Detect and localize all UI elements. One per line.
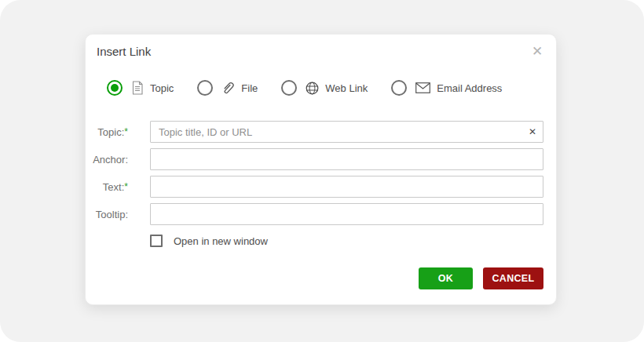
text-input[interactable]: [150, 176, 543, 198]
radio-label-file: File: [241, 82, 258, 94]
radio-circle: [391, 80, 407, 96]
envelope-icon: [415, 82, 430, 93]
required-asterisk: *: [124, 126, 128, 137]
open-in-new-window-option[interactable]: Open in new window: [150, 235, 268, 247]
globe-icon: [306, 82, 319, 95]
ok-button[interactable]: OK: [419, 267, 473, 289]
radio-circle: [197, 80, 213, 96]
insert-link-dialog: Insert Link ✕ Topic: [85, 34, 557, 305]
field-row-tooltip: Tooltip:: [86, 203, 556, 225]
dialog-title: Insert Link: [97, 45, 151, 58]
anchor-label: Anchor:: [86, 154, 150, 166]
radio-label-email-address: Email Address: [437, 82, 502, 94]
app-canvas: Insert Link ✕ Topic: [0, 0, 644, 342]
topic-input[interactable]: [150, 121, 543, 143]
link-type-radio-group: Topic File: [107, 80, 502, 96]
link-form: Topic:* ✕ Anchor: Text:* Tooltip:: [86, 121, 556, 231]
anchor-input[interactable]: [150, 148, 543, 170]
radio-circle: [107, 80, 123, 96]
field-row-text: Text:*: [86, 176, 556, 198]
topic-label: Topic:*: [86, 126, 150, 138]
field-row-anchor: Anchor:: [86, 148, 556, 170]
checkbox[interactable]: [150, 235, 163, 247]
tooltip-label: Tooltip:: [86, 209, 150, 220]
radio-option-email-address[interactable]: Email Address: [391, 80, 502, 96]
radio-option-web-link[interactable]: Web Link: [281, 80, 368, 96]
text-label: Text:*: [86, 181, 150, 193]
clear-icon[interactable]: ✕: [527, 126, 538, 138]
radio-option-file[interactable]: File: [197, 80, 258, 96]
checkbox-label: Open in new window: [174, 235, 268, 247]
required-asterisk: *: [124, 181, 128, 192]
document-icon: [131, 81, 144, 95]
paperclip-icon: [221, 81, 235, 95]
radio-label-topic: Topic: [150, 82, 174, 94]
close-icon[interactable]: ✕: [529, 42, 546, 60]
cancel-button[interactable]: CANCEL: [483, 267, 543, 289]
field-row-topic: Topic:* ✕: [86, 121, 556, 143]
radio-option-topic[interactable]: Topic: [107, 80, 174, 96]
radio-circle: [281, 80, 297, 96]
dialog-footer: OK CANCEL: [419, 267, 543, 289]
radio-label-web-link: Web Link: [325, 82, 368, 94]
tooltip-input[interactable]: [150, 203, 543, 225]
